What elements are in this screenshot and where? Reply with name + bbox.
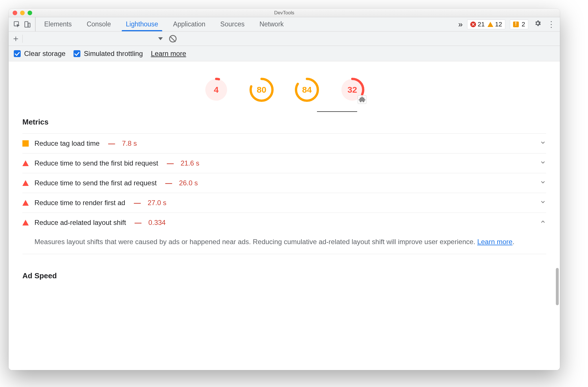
clear-all-icon[interactable]: [169, 35, 177, 42]
settings-gear-icon[interactable]: [533, 20, 543, 29]
divider: [22, 35, 23, 43]
dash: —: [131, 199, 142, 207]
devtools-window: DevTools ElementsConsoleLighthou: [9, 9, 560, 370]
tab-network[interactable]: Network: [253, 17, 290, 31]
scrollbar-thumb[interactable]: [556, 268, 559, 305]
audit-value: 0.334: [148, 219, 166, 227]
warning-count: 12: [495, 21, 502, 28]
window-title: DevTools: [9, 10, 560, 16]
triangle-icon: [22, 220, 29, 225]
score-gauge-2[interactable]: 84: [295, 77, 319, 102]
checkbox-checked-icon: [74, 50, 80, 57]
issue-icon: [513, 22, 519, 27]
audit-row[interactable]: Reduce time to render first ad — 27.0 s: [22, 193, 546, 213]
audit-value: 26.0 s: [179, 179, 198, 187]
clear-storage-checkbox[interactable]: Clear storage: [14, 50, 65, 58]
lighthouse-toolbar: ＋: [9, 32, 560, 46]
score-value: 4: [204, 77, 229, 102]
score-gauge-1[interactable]: 80: [249, 77, 274, 102]
tab-application[interactable]: Application: [167, 17, 212, 31]
dash: —: [132, 219, 143, 227]
triangle-icon: [22, 200, 29, 206]
audit-value: 21.6 s: [181, 159, 199, 167]
console-counters[interactable]: 21 12: [467, 20, 505, 29]
svg-rect-1: [25, 22, 28, 27]
issues-counter[interactable]: 2: [510, 20, 528, 29]
issue-count: 2: [522, 21, 525, 28]
error-icon: [470, 22, 476, 27]
audit-title: Reduce time to render first ad: [34, 199, 125, 207]
dash: —: [164, 159, 175, 167]
chevron-up-icon: [540, 219, 546, 227]
audit-value: 27.0 s: [148, 199, 166, 207]
device-toolbar-icon[interactable]: [22, 20, 32, 29]
audit-title: Reduce time to send the first ad request: [34, 179, 157, 187]
report-select-dropdown[interactable]: [158, 37, 163, 40]
score-value: 80: [249, 77, 274, 102]
more-tabs-icon[interactable]: »: [455, 17, 466, 31]
dash: —: [105, 139, 116, 147]
score-value: 84: [295, 77, 319, 102]
triangle-icon: [22, 180, 29, 186]
audit-title: Reduce ad-related layout shift: [34, 219, 126, 227]
dash: —: [163, 179, 173, 187]
square-icon: [22, 140, 29, 147]
lighthouse-options: Clear storage Simulated throttling Learn…: [9, 46, 560, 61]
overflow-menu-icon[interactable]: ⋮: [547, 20, 554, 29]
tab-console[interactable]: Console: [80, 17, 117, 31]
audit-title: Reduce tag load time: [34, 139, 100, 147]
audit-row[interactable]: Reduce time to send the first bid reques…: [22, 153, 546, 173]
tab-elements[interactable]: Elements: [38, 17, 78, 31]
minimize-icon[interactable]: [20, 11, 25, 15]
error-count: 21: [478, 21, 485, 28]
simulated-throttling-label: Simulated throttling: [84, 50, 143, 58]
zoom-icon[interactable]: [28, 11, 32, 15]
chevron-down-icon: [540, 139, 546, 147]
section-metrics-title: Metrics: [22, 111, 546, 133]
new-report-button[interactable]: ＋: [11, 33, 21, 44]
score-gauge-0[interactable]: 4: [204, 77, 229, 102]
close-icon[interactable]: [13, 11, 17, 15]
score-gauges: 4 80 84 32: [9, 61, 560, 111]
active-gauge-underline: [317, 111, 357, 112]
devtools-tabstrip: ElementsConsoleLighthouseApplicationSour…: [9, 17, 560, 32]
svg-rect-2: [28, 23, 30, 27]
clear-storage-label: Clear storage: [24, 50, 65, 58]
chevron-down-icon: [540, 199, 546, 207]
score-gauge-3[interactable]: 32: [340, 77, 365, 102]
inspect-element-icon[interactable]: [12, 20, 22, 29]
warning-icon: [488, 22, 493, 27]
tab-lighthouse[interactable]: Lighthouse: [119, 17, 165, 31]
audit-row[interactable]: Reduce ad-related layout shift — 0.334: [22, 213, 546, 232]
checkbox-checked-icon: [14, 50, 21, 57]
audit-title: Reduce time to send the first bid reques…: [34, 159, 158, 167]
section-ad-speed-title: Ad Speed: [22, 254, 546, 287]
audit-description: Measures layout shifts that were caused …: [22, 232, 546, 254]
learn-more-link[interactable]: Learn more: [151, 50, 186, 58]
audit-row[interactable]: Reduce tag load time — 7.8 s: [22, 133, 546, 153]
simulated-throttling-checkbox[interactable]: Simulated throttling: [74, 50, 143, 58]
chevron-down-icon: [540, 179, 546, 187]
audit-value: 7.8 s: [122, 139, 137, 147]
chevron-down-icon: [540, 159, 546, 167]
mac-titlebar: DevTools: [9, 9, 560, 17]
lighthouse-report: 4 80 84 32 Metrics Reduce tag load time …: [9, 61, 560, 370]
audit-row[interactable]: Reduce time to send the first ad request…: [22, 173, 546, 193]
tab-sources[interactable]: Sources: [214, 17, 251, 31]
triangle-icon: [22, 160, 29, 166]
learn-more-link[interactable]: Learn more: [477, 238, 512, 246]
plugin-icon: [358, 95, 366, 104]
